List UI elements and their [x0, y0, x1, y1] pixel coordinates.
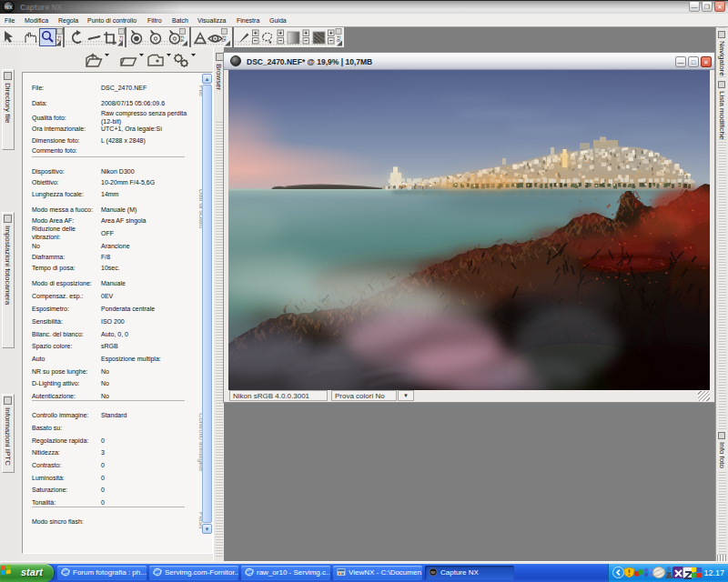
svg-text:F5: F5 [221, 35, 227, 43]
svg-text:F6: F6 [336, 35, 341, 43]
svg-text:F4: F4 [179, 35, 185, 43]
svg-text:F3: F3 [118, 35, 124, 43]
svg-text:NX: NX [430, 571, 436, 575]
svg-text:F2: F2 [56, 35, 62, 43]
